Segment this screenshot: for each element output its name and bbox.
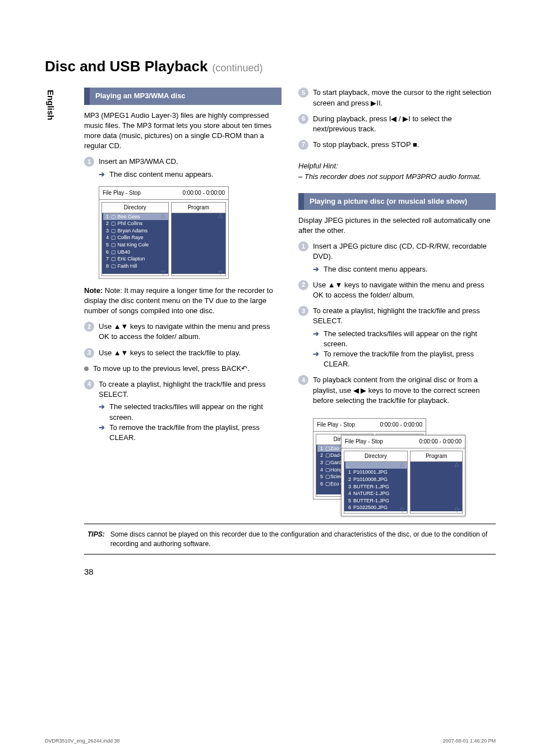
bullet-icon bbox=[84, 366, 89, 371]
osd-header-left: File Play - Stop bbox=[317, 421, 355, 429]
osd-header-left: File Play - Stop bbox=[103, 189, 141, 197]
step-text: Use ▲▼ keys to navigate within the menu … bbox=[313, 280, 496, 300]
right-column: 5 To start playback, move the cursor to … bbox=[298, 82, 496, 512]
scroll-down-icon: ▽ bbox=[400, 506, 405, 512]
step-2: 2 Use ▲▼ keys to navigate within the men… bbox=[84, 322, 282, 342]
arrow-icon: ➔ bbox=[99, 402, 105, 422]
pic-step-1: 1 Insert a JPEG picture disc (CD, CD-R/R… bbox=[298, 241, 496, 262]
step-text: Use ▲▼ keys to select the track/file to … bbox=[99, 348, 241, 358]
osd-dir-list: 1▢ Bee Gees 2▢ Phil Collins 3▢ Bryan Ada… bbox=[102, 213, 168, 274]
mp3-note: Note: Note: It may require a longer time… bbox=[84, 286, 282, 317]
tips-text: Some discs cannot be played on this reco… bbox=[110, 530, 492, 549]
step-number-icon: 7 bbox=[298, 140, 308, 150]
osd-program-pane: Program △ ▽ bbox=[171, 202, 226, 276]
pic-step-3: 3 To create a playlist, highlight the tr… bbox=[298, 306, 496, 326]
osd-header-right: 0:00:00 - 0:00:00 bbox=[419, 438, 462, 446]
osd-dir-label: Directory bbox=[102, 203, 168, 213]
page-number: 38 bbox=[84, 566, 496, 578]
step-number-icon: 1 bbox=[298, 241, 308, 251]
step-3: 3 Use ▲▼ keys to select the track/file t… bbox=[84, 348, 282, 358]
bullet-text: To move up to the previous level, press … bbox=[93, 364, 250, 374]
footer-right: 2007-08-01 1:46:20 PM bbox=[442, 737, 496, 745]
tips-label: TIPS: bbox=[87, 530, 105, 549]
scroll-up-icon: △ bbox=[400, 460, 405, 466]
left-column: Playing an MP3/WMA disc MP3 (MPEG1 Audio… bbox=[84, 82, 282, 512]
step-text: To create a playlist, highlight the trac… bbox=[99, 379, 282, 400]
arrow-result: ➔ The selected tracks/files will appear … bbox=[99, 402, 282, 422]
arrow-result: ➔ The selected tracks/files will appear … bbox=[313, 329, 496, 349]
step-text: To create a playlist, highlight the trac… bbox=[313, 306, 496, 326]
language-tab: English bbox=[45, 90, 57, 120]
arrow-result: ➔ To remove the track/file from the play… bbox=[99, 423, 282, 443]
title-suffix: (continued) bbox=[212, 61, 262, 75]
step-number-icon: 4 bbox=[84, 379, 94, 390]
step-1: 1 Insert an MP3/WMA CD. bbox=[84, 157, 282, 167]
arrow-result: ➔ The disc content menu appears. bbox=[99, 169, 282, 180]
scroll-down-icon: ▽ bbox=[161, 269, 167, 274]
arrow-icon: ➔ bbox=[313, 349, 319, 369]
osd-directory-pane: Directory 1▢ Bee Gees 2▢ Phil Collins 3▢… bbox=[102, 202, 169, 276]
osd-header-left: File Play - Stop bbox=[345, 438, 383, 446]
footer-left: DVDR3510V_eng_26244.indd 38 bbox=[45, 737, 120, 745]
tips-box: TIPS: Some discs cannot be played on thi… bbox=[84, 524, 496, 555]
osd-prog-label: Program bbox=[172, 203, 225, 213]
mp3-intro: MP3 (MPEG1 Audio Layer-3) files are high… bbox=[84, 111, 282, 152]
scroll-up-icon: △ bbox=[161, 212, 167, 217]
hint-head: Helpful Hint: bbox=[298, 162, 338, 170]
step-text: Use ▲▼ keys to navigate within the menu … bbox=[99, 322, 282, 342]
arrow-text: The selected tracks/files will appear on… bbox=[109, 402, 282, 422]
step-text: During playback, press I◀ / ▶I to select… bbox=[313, 114, 496, 134]
footer: DVDR3510V_eng_26244.indd 38 2007-08-01 1… bbox=[45, 737, 496, 745]
pic-step-2: 2 Use ▲▼ keys to navigate within the men… bbox=[298, 280, 496, 300]
arrow-icon: ➔ bbox=[99, 169, 105, 180]
section-head-mp3: Playing an MP3/WMA disc bbox=[84, 88, 282, 104]
arrow-text: The disc content menu appears. bbox=[109, 169, 214, 180]
arrow-text: To remove the track/file from the playli… bbox=[324, 349, 496, 369]
arrow-text: To remove the track/file from the playli… bbox=[109, 423, 282, 443]
step-7: 7 To stop playback, press STOP ■. bbox=[298, 140, 496, 150]
osd-header-right: 0:00:00 - 0:00:00 bbox=[182, 189, 225, 197]
step-6: 6 During playback, press I◀ / ▶I to sele… bbox=[298, 114, 496, 134]
arrow-icon: ➔ bbox=[313, 329, 319, 349]
osd-screenshot-1: File Play - Stop 0:00:00 - 0:00:00 Direc… bbox=[99, 186, 229, 279]
scroll-up-icon: △ bbox=[455, 460, 460, 466]
arrow-result: ➔ To remove the track/file from the play… bbox=[313, 349, 496, 369]
step-number-icon: 2 bbox=[84, 322, 94, 332]
helpful-hint: Helpful Hint: – This recorder does not s… bbox=[298, 161, 496, 181]
osd-screenshot-2: File Play - Stop 0:00:00 - 0:00:00 Direc… bbox=[313, 411, 476, 507]
scroll-down-icon: ▽ bbox=[218, 269, 224, 274]
step-text: To start playback, move the cursor to th… bbox=[313, 88, 496, 108]
arrow-text: The disc content menu appears. bbox=[324, 264, 428, 274]
step-text: To playback content from the original di… bbox=[313, 375, 496, 406]
hint-body: – This recorder does not support MP3PRO … bbox=[298, 172, 481, 181]
step-text: Insert a JPEG picture disc (CD, CD-R/RW,… bbox=[313, 241, 496, 262]
step-number-icon: 3 bbox=[298, 306, 308, 316]
scroll-down-icon: ▽ bbox=[455, 506, 460, 512]
page-title: Disc and USB Playback (continued) bbox=[45, 56, 496, 76]
section-head-picture: Playing a picture disc (or musical slide… bbox=[298, 193, 496, 210]
arrow-icon: ➔ bbox=[313, 264, 319, 274]
step-number-icon: 4 bbox=[298, 375, 308, 385]
pic-step-4: 4 To playback content from the original … bbox=[298, 375, 496, 406]
picture-intro: Display JPEG pictures in the selected ro… bbox=[298, 216, 496, 236]
step-number-icon: 2 bbox=[298, 280, 308, 290]
step-5: 5 To start playback, move the cursor to … bbox=[298, 88, 496, 108]
step-text: To stop playback, press STOP ■. bbox=[313, 140, 419, 150]
step-number-icon: 5 bbox=[298, 88, 308, 98]
step-text: Insert an MP3/WMA CD. bbox=[99, 157, 178, 167]
scroll-up-icon: △ bbox=[218, 212, 224, 217]
arrow-text: The selected tracks/files will appear on… bbox=[324, 329, 496, 349]
step-number-icon: 3 bbox=[84, 348, 94, 358]
step-number-icon: 1 bbox=[84, 157, 94, 167]
step-4: 4 To create a playlist, highlight the tr… bbox=[84, 379, 282, 400]
arrow-result: ➔ The disc content menu appears. bbox=[313, 264, 496, 274]
title-main: Disc and USB Playback bbox=[45, 56, 207, 76]
osd-header-right: 0:00:00 - 0:00:00 bbox=[380, 421, 422, 429]
step-number-icon: 6 bbox=[298, 114, 308, 124]
arrow-icon: ➔ bbox=[99, 423, 105, 443]
osd-front: File Play - Stop 0:00:00 - 0:00:00 Direc… bbox=[341, 435, 465, 516]
bullet-back: To move up to the previous level, press … bbox=[84, 364, 282, 374]
